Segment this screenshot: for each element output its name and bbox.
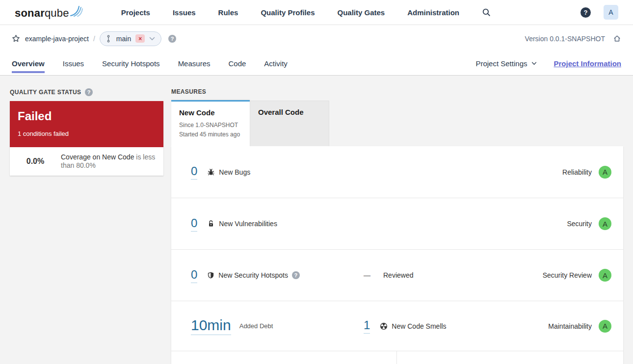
measure-row-maintainability: 10min Added Debt 1 New Cod (171, 301, 623, 351)
new-vulnerabilities-label: New Vulnerabilities (219, 220, 277, 228)
home-icon[interactable] (613, 34, 621, 43)
reliability-rating-badge: A (599, 166, 611, 179)
sonarqube-swoosh-icon (70, 5, 83, 17)
maintainability-rating-badge: A (599, 320, 611, 333)
nav-quality-gates[interactable]: Quality Gates (337, 8, 385, 17)
tab-code[interactable]: Code (228, 52, 246, 75)
project-tabs: Overview Issues Security Hotspots Measur… (10, 52, 623, 75)
measures-panel: MEASURES New Code Since 1.0-SNAPSHOT Sta… (171, 88, 623, 364)
project-information-link[interactable]: Project Information (554, 59, 621, 68)
project-settings-label: Project Settings (475, 59, 527, 68)
quality-gate-status: Failed (18, 109, 156, 123)
tabs-right-group: Project Settings Project Information (475, 59, 621, 68)
quality-gate-condition-row: 0.0% Coverage on New Code is less than 8… (10, 147, 163, 176)
tab-new-code[interactable]: New Code Since 1.0-SNAPSHOT Started 45 m… (171, 100, 250, 146)
security-hotspots-help-icon[interactable]: ? (292, 271, 300, 279)
project-name-link[interactable]: example-java-project (25, 35, 89, 43)
new-code-tab-label: New Code (179, 108, 242, 117)
security-review-rating-group: Security Review A (543, 269, 611, 282)
condition-metric-link[interactable]: Coverage on New Code (61, 153, 134, 161)
tab-activity[interactable]: Activity (264, 52, 288, 75)
tab-issues[interactable]: Issues (63, 52, 84, 75)
measures-title: MEASURES (171, 88, 623, 95)
reviewed-value: — (364, 271, 370, 279)
top-navigation-bar: sonarqube Projects Issues Rules Quality … (0, 0, 633, 25)
tab-overall-code[interactable]: Overall Code (250, 101, 329, 146)
security-review-rating-badge: A (599, 269, 611, 282)
quality-gate-panel: QUALITY GATE STATUS ? Failed 1 condition… (10, 88, 163, 364)
project-context-header: example-java-project / main × ? Version … (0, 25, 633, 76)
chevron-down-icon (149, 37, 155, 41)
security-label: Security (567, 220, 592, 228)
sonarqube-logo-text: sonarqube (15, 7, 69, 20)
security-review-label: Security Review (543, 271, 592, 279)
measure-row-bugs: 0 New Bugs (171, 146, 623, 198)
nav-quality-profiles[interactable]: Quality Profiles (261, 8, 315, 17)
condition-text: Coverage on New Code is less than 80.0% (61, 153, 157, 170)
topnav-right-group: ? A (580, 5, 618, 20)
open-lock-icon (207, 220, 215, 228)
quality-gate-title-text: QUALITY GATE STATUS (10, 89, 81, 96)
favorite-star-icon[interactable] (12, 34, 20, 43)
hotspots-reviewed-group: — Reviewed (364, 271, 413, 279)
maintainability-label: Maintainability (548, 322, 592, 330)
quality-gate-help-icon[interactable]: ? (85, 88, 93, 96)
reliability-rating-group: Reliability A (562, 166, 611, 179)
quality-gate-title: QUALITY GATE STATUS ? (10, 88, 163, 96)
reliability-label: Reliability (562, 168, 592, 176)
sonarqube-logo[interactable]: sonarqube (15, 5, 83, 20)
reviewed-label: Reviewed (383, 271, 413, 279)
new-code-smells-group: 1 New Code Smells (364, 318, 447, 334)
new-vulnerabilities-count-link[interactable]: 0 (191, 216, 197, 232)
security-rating-group: Security A (567, 217, 611, 230)
bug-icon (207, 168, 215, 176)
shield-icon (207, 271, 214, 279)
quality-gate-card: Failed 1 conditions failed 0.0% Coverage… (10, 101, 163, 176)
tab-measures[interactable]: Measures (178, 52, 211, 75)
branch-failed-badge-close-icon[interactable]: × (135, 34, 145, 43)
measures-tabs: New Code Since 1.0-SNAPSHOT Started 45 m… (171, 100, 623, 146)
nav-rules[interactable]: Rules (218, 8, 238, 17)
measures-next-row-partial (171, 351, 623, 364)
chevron-down-icon (531, 62, 537, 65)
new-security-hotspots-label-group: New Security Hotspots ? (207, 271, 300, 279)
user-avatar[interactable]: A (604, 5, 618, 20)
breadcrumb-right-group: Version 0.0.1-SNAPSHOT (525, 34, 621, 43)
new-code-started: Started 45 minutes ago (179, 130, 242, 139)
measure-row-vulnerabilities: 0 New Vulnerabilities Security A (171, 198, 623, 249)
tab-security-hotspots[interactable]: Security Hotspots (102, 52, 160, 75)
main-menu: Projects Issues Rules Quality Profiles Q… (121, 8, 459, 17)
tab-overview[interactable]: Overview (12, 52, 45, 75)
measures-title-text: MEASURES (171, 88, 206, 95)
code-smell-icon (380, 322, 388, 330)
security-rating-badge: A (599, 217, 611, 230)
branch-selector[interactable]: main × (100, 31, 161, 46)
new-code-smells-label: New Code Smells (392, 322, 446, 330)
new-security-hotspots-label: New Security Hotspots (218, 271, 288, 279)
nav-issues[interactable]: Issues (173, 8, 196, 17)
new-code-smells-count-link[interactable]: 1 (364, 318, 370, 334)
search-icon[interactable] (482, 8, 491, 17)
branch-icon (105, 35, 112, 43)
quality-gate-failed-banner: Failed 1 conditions failed (10, 101, 163, 147)
project-version: Version 0.0.1-SNAPSHOT (525, 35, 605, 43)
help-icon[interactable]: ? (580, 7, 591, 18)
project-settings-dropdown[interactable]: Project Settings (475, 59, 537, 68)
nav-projects[interactable]: Projects (121, 8, 150, 17)
new-bugs-label-group: New Bugs (207, 168, 250, 176)
added-debt-label: Added Debt (239, 322, 273, 330)
added-debt-value-link[interactable]: 10min (191, 317, 231, 335)
condition-value: 0.0% (10, 157, 61, 166)
quality-gate-conditions-summary: 1 conditions failed (18, 130, 156, 137)
branch-help-icon[interactable]: ? (168, 35, 176, 43)
nav-administration[interactable]: Administration (407, 8, 459, 17)
overview-content: QUALITY GATE STATUS ? Failed 1 condition… (0, 76, 633, 364)
branch-name: main (116, 35, 131, 43)
coverage-cell-partial (171, 351, 397, 364)
new-bugs-label: New Bugs (219, 168, 250, 176)
new-bugs-count-link[interactable]: 0 (191, 164, 197, 180)
new-code-since: Since 1.0-SNAPSHOT (179, 121, 242, 130)
new-security-hotspots-count-link[interactable]: 0 (191, 268, 197, 283)
measures-body: 0 New Bugs (171, 146, 623, 364)
new-vulnerabilities-label-group: New Vulnerabilities (207, 220, 277, 228)
